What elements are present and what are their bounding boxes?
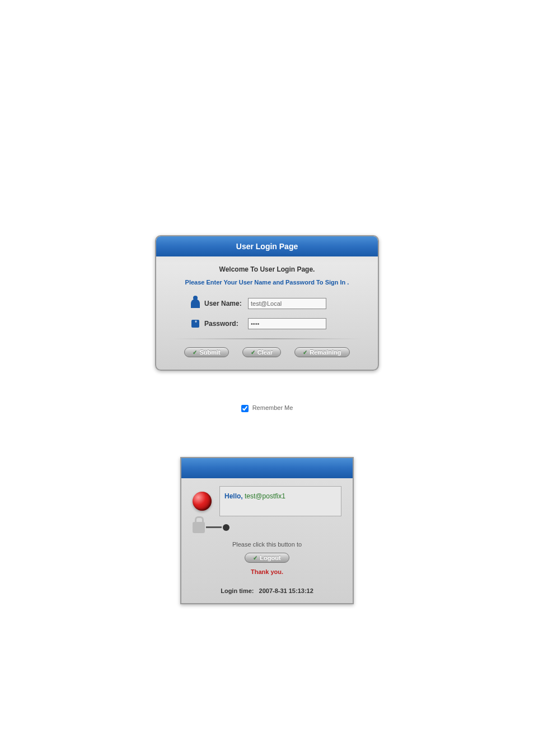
welcome-text: Welcome To User Login Page. (173, 265, 361, 273)
logout-body: Hello, test@postfix1 Please click this b… (181, 478, 353, 604)
remaining-label: Remaining (310, 349, 341, 356)
remember-checkbox[interactable] (241, 405, 249, 412)
remaining-button[interactable]: ✓ Remaining (294, 347, 349, 357)
password-icon (190, 318, 201, 329)
password-row: Password: (190, 318, 361, 329)
status-indicator-icon (193, 492, 212, 511)
check-icon: ✓ (303, 349, 307, 356)
logout-panel: Hello, test@postfix1 Please click this b… (180, 457, 354, 605)
divider (173, 338, 361, 339)
button-row: ✓ Submit ✓ Clear ✓ Remaining (173, 344, 361, 365)
logout-label: Logout (260, 554, 280, 561)
check-icon: ✓ (193, 349, 197, 356)
login-title: User Login Page (236, 242, 298, 251)
logout-header (181, 458, 353, 478)
clear-button[interactable]: ✓ Clear (242, 347, 282, 357)
logout-button[interactable]: ✓ Logout (245, 553, 289, 563)
login-time-row: Login time: 2007-8-31 15:13:12 (193, 587, 341, 594)
lock-row (193, 522, 341, 533)
logout-instruction: Please click this button to (193, 541, 341, 548)
key-line-icon (206, 526, 222, 528)
remember-label: Remember Me (252, 404, 293, 411)
clear-label: Clear (257, 349, 273, 356)
username-input[interactable] (248, 298, 326, 309)
logged-username: test@postfix1 (245, 492, 285, 500)
user-icon (190, 298, 201, 309)
login-time-label: Login time: (221, 587, 254, 594)
username-row: User Name: (190, 298, 361, 309)
greeting-row: Hello, test@postfix1 (193, 486, 341, 516)
password-label: Password: (204, 320, 248, 328)
key-head-icon (223, 524, 229, 531)
login-panel: User Login Page Welcome To User Login Pa… (155, 235, 379, 371)
password-input[interactable] (248, 318, 326, 329)
login-body: Welcome To User Login Page. Please Enter… (156, 256, 378, 370)
lock-icon (193, 522, 205, 533)
remember-row: Remember Me (11, 404, 523, 412)
greeting-box: Hello, test@postfix1 (219, 486, 341, 516)
login-header: User Login Page (156, 236, 378, 256)
hello-label: Hello, (224, 492, 243, 500)
check-icon: ✓ (253, 555, 257, 561)
submit-button[interactable]: ✓ Submit (184, 347, 228, 357)
username-label: User Name: (204, 300, 248, 307)
instruction-text: Please Enter Your User Name and Password… (173, 279, 361, 286)
login-time-value: 2007-8-31 15:13:12 (259, 587, 313, 594)
thank-you-text: Thank you. (193, 568, 341, 575)
check-icon: ✓ (251, 349, 255, 356)
logout-button-wrap: ✓ Logout (193, 552, 341, 563)
submit-label: Submit (199, 349, 220, 356)
